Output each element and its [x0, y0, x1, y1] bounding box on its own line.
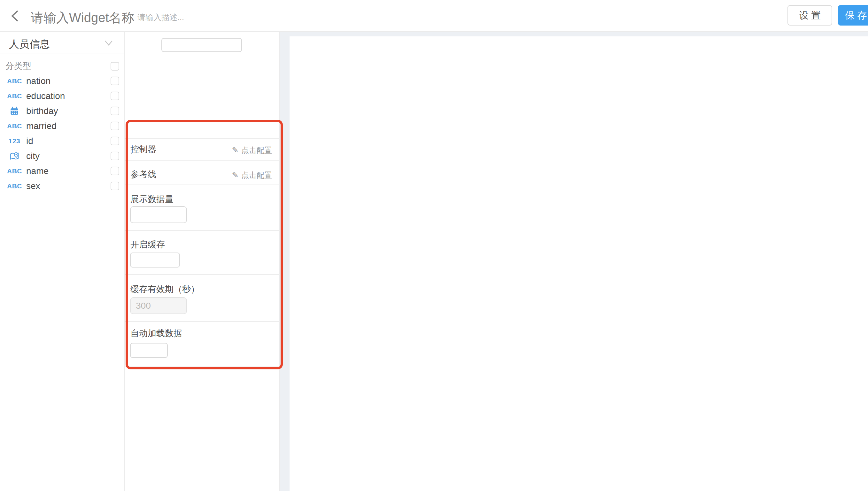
field-checkbox[interactable]	[111, 122, 119, 130]
topbar: 请输入Widget名称 请输入描述... 设 置 保 存	[0, 0, 868, 32]
field-name: married	[26, 121, 57, 131]
field-checkbox[interactable]	[111, 77, 119, 85]
number-field-icon: 123	[7, 137, 22, 145]
controller-configure-link[interactable]: ✎点击配置	[232, 145, 272, 155]
text-field-icon: ABC	[7, 182, 22, 190]
section-header-categorical: 分类型	[0, 59, 124, 74]
field-name: education	[26, 91, 65, 101]
field-checkbox[interactable]	[111, 107, 119, 115]
divider	[125, 274, 280, 275]
text-field-icon: ABC	[7, 92, 22, 100]
field-name: birthday	[26, 106, 58, 116]
back-button[interactable]	[9, 9, 22, 22]
panel-tabs	[125, 123, 280, 139]
cache-ttl-label: 缓存有效期（秒）	[130, 284, 199, 294]
controller-configure-text: 点击配置	[241, 146, 272, 154]
chart-card	[290, 36, 868, 491]
chevron-left-icon	[9, 9, 22, 22]
divider	[125, 230, 280, 231]
reference-line-label: 参考线	[130, 169, 156, 179]
field-item-education[interactable]: ABCeducation	[0, 88, 124, 104]
field-item-id[interactable]: 123id	[0, 134, 124, 148]
divider	[125, 160, 280, 161]
text-field-icon: ABC	[7, 167, 22, 175]
geo-field-icon	[7, 151, 22, 161]
section-checkbox[interactable]	[111, 62, 119, 70]
field-item-city[interactable]: city	[0, 148, 124, 164]
divider	[125, 138, 280, 139]
chart-type-grid	[125, 55, 280, 123]
pencil-icon: ✎	[232, 145, 239, 155]
section-label: 分类型	[5, 60, 31, 72]
field-item-married[interactable]: ABCmarried	[0, 118, 124, 134]
field-checkbox[interactable]	[111, 137, 119, 145]
text-field-icon: ABC	[7, 77, 22, 85]
controller-label: 控制器	[130, 144, 156, 154]
settings-button[interactable]: 设 置	[787, 5, 832, 26]
field-checkbox[interactable]	[111, 92, 119, 100]
field-name: city	[26, 151, 39, 161]
view-name: 人员信息	[9, 37, 50, 51]
pencil-icon: ✎	[232, 170, 239, 180]
divider	[125, 184, 280, 185]
field-item-sex[interactable]: ABCsex	[0, 178, 124, 194]
drive-mode-toggle	[161, 38, 242, 52]
autoload-toggle	[130, 343, 168, 358]
field-checkbox[interactable]	[111, 182, 119, 190]
divider	[125, 321, 280, 322]
field-name: nation	[26, 76, 51, 86]
view-selector[interactable]: 人员信息	[0, 32, 124, 54]
config-panel: 控制器 ✎点击配置 参考线 ✎点击配置 展示数据量 开启缓存 缓存有效期（秒） …	[125, 32, 280, 491]
text-field-icon: ABC	[7, 122, 22, 130]
field-checkbox[interactable]	[111, 167, 119, 175]
widget-description-input[interactable]: 请输入描述...	[137, 12, 184, 23]
chevron-down-icon	[104, 39, 113, 47]
save-button[interactable]: 保 存	[838, 5, 868, 26]
widget-name-input[interactable]: 请输入Widget名称	[31, 9, 135, 27]
reference-line-configure-text: 点击配置	[241, 171, 272, 179]
field-name: name	[26, 166, 49, 176]
cache-toggle	[130, 253, 180, 267]
field-checkbox[interactable]	[111, 152, 119, 160]
divider	[125, 367, 280, 367]
display-count-label: 展示数据量	[130, 194, 173, 204]
reference-line-configure-link[interactable]: ✎点击配置	[232, 170, 272, 180]
cache-ttl-input[interactable]	[130, 297, 187, 314]
field-item-nation[interactable]: ABCnation	[0, 74, 124, 88]
field-sidebar: 人员信息 分类型ABCnationABCeducationbirthdayABC…	[0, 32, 125, 491]
field-item-birthday[interactable]: birthday	[0, 104, 124, 118]
display-count-input[interactable]	[130, 206, 187, 223]
field-item-name[interactable]: ABCname	[0, 164, 124, 178]
autoload-label: 自动加载数据	[130, 328, 182, 338]
field-name: sex	[26, 181, 40, 191]
bar-chart	[290, 36, 868, 491]
calendar-field-icon	[7, 106, 22, 116]
field-name: id	[26, 136, 33, 146]
cache-enable-label: 开启缓存	[130, 239, 165, 250]
